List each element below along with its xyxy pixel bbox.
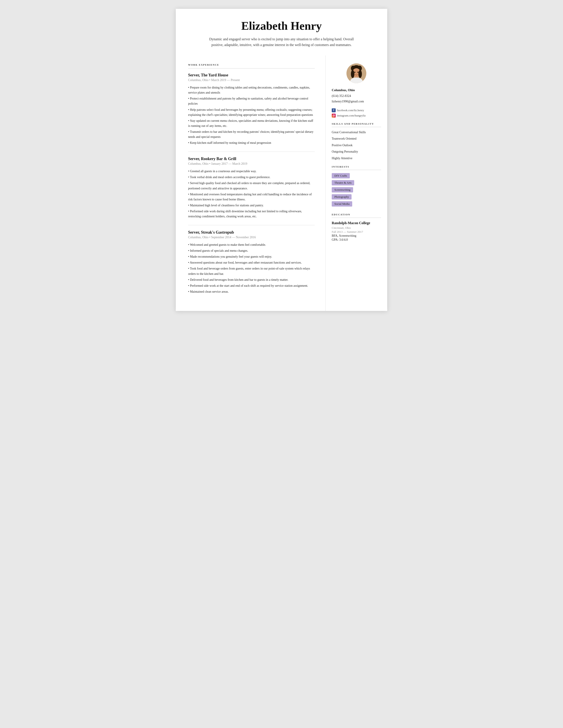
bullet: • Performed side work during shift downt… xyxy=(188,209,315,219)
bullet: • Protect establishment and patrons by a… xyxy=(188,96,315,106)
bullet: • Transmit orders to bar and kitchen by … xyxy=(188,129,315,139)
bullet: • Welcomed and greeted guests to make th… xyxy=(188,242,315,247)
sidebar-column: Columbus, Ohio (614) 352-8324 lizhenry19… xyxy=(326,55,387,311)
bullet: • Greeted all guests in a courteous and … xyxy=(188,169,315,174)
edu-gpa: GPA: 3.6/4.0 xyxy=(332,238,381,242)
body-layout: WORK EXPERIENCE Server, The Yard House C… xyxy=(176,55,387,311)
svg-point-10 xyxy=(351,70,354,78)
contact-info: Columbus, Ohio (614) 352-8324 lizhenry19… xyxy=(332,87,381,104)
contact-email: lizhenry1990@gmail.com xyxy=(332,99,381,104)
facebook-link[interactable]: f facebook.com/liz.henry xyxy=(332,108,381,112)
bullet: • Keep kitchen staff informed by noting … xyxy=(188,140,315,145)
edu-city: Cincinnati, Ohio xyxy=(332,226,381,230)
edu-school: Randolph-Macon College xyxy=(332,221,381,225)
work-experience-label: WORK EXPERIENCE xyxy=(188,63,315,66)
job-title-3: Server, Streak's Gastropub xyxy=(188,230,315,235)
instagram-link[interactable]: ◎ instagram.com/hungryliz xyxy=(332,114,381,118)
interest-tag-3: Screenwriting xyxy=(332,187,353,192)
interests-divider xyxy=(332,170,381,170)
job-title-2: Server, Rookery Bar & Grill xyxy=(188,157,315,161)
interests-section-label: INTERESTS xyxy=(332,165,381,168)
instagram-label: instagram.com/hungryliz xyxy=(337,114,366,117)
avatar xyxy=(346,63,366,83)
education-section-label: EDUCATION xyxy=(332,213,381,216)
facebook-icon: f xyxy=(332,108,336,112)
bullet: • Prepare room for dining by clothing ta… xyxy=(188,85,315,95)
job-block-1: Server, The Yard House Columbus, Ohio • … xyxy=(188,73,315,145)
interest-tag-1: DIY Crafts xyxy=(332,173,350,178)
skill-item-3: Positive Outlook xyxy=(332,143,381,148)
job-title-1: Server, The Yard House xyxy=(188,73,315,78)
edu-degree: BFA, Screenwriting xyxy=(332,234,381,238)
interests-list: DIY Crafts Theatre & Arts Screenwriting … xyxy=(332,173,381,208)
education-block: Randolph-Macon College Cincinnati, Ohio … xyxy=(332,221,381,242)
job-block-3: Server, Streak's Gastropub Columbus, Ohi… xyxy=(188,230,315,294)
job-location-date-1: Columbus, Ohio • March 2019 — Present xyxy=(188,78,315,82)
svg-point-6 xyxy=(354,72,356,73)
instagram-icon: ◎ xyxy=(332,114,336,118)
socials-section: f facebook.com/liz.henry ◎ instagram.com… xyxy=(332,108,381,118)
bullet: • Stay updated on current menu choices, … xyxy=(188,118,315,128)
bullet: • Monitored and oversees food temperatur… xyxy=(188,192,315,202)
interest-tag-5: Social Media xyxy=(332,201,352,207)
bullet: • Help patrons select food and beverages… xyxy=(188,107,315,117)
bullet: • Made recommendations you genuinely fee… xyxy=(188,254,315,259)
interest-tag-4: Photography xyxy=(332,194,352,200)
contact-city: Columbus, Ohio xyxy=(332,87,381,93)
job-bullets-1: • Prepare room for dining by clothing ta… xyxy=(188,85,315,145)
svg-point-7 xyxy=(357,72,359,73)
avatar-wrap xyxy=(332,63,381,83)
bullet: • Maintained clean service areas. xyxy=(188,289,315,294)
skill-item-5: Highly Attentive xyxy=(332,156,381,161)
contact-phone: (614) 352-8324 xyxy=(332,93,381,99)
skill-item-2: Teamwork Oriented xyxy=(332,137,381,141)
svg-point-11 xyxy=(358,70,362,78)
job-location-date-3: Columbus, Ohio • September 2014 — Novemb… xyxy=(188,236,315,239)
skill-item-1: Great Conversational Skills xyxy=(332,130,381,135)
bullet: • Performed side work at the start and e… xyxy=(188,283,315,288)
job-location-date-2: Columbus, Ohio • January 2017 — March 20… xyxy=(188,162,315,166)
bullet: • Served high quality food and checked a… xyxy=(188,181,315,191)
skills-list: Great Conversational Skills Teamwork Ori… xyxy=(332,130,381,161)
interest-tag-2: Theatre & Arts xyxy=(332,180,354,185)
candidate-name: Elizabeth Henry xyxy=(193,19,370,32)
resume-document: Elizabeth Henry Dynamic and engaged serv… xyxy=(176,9,387,311)
skills-section-label: SKILLS AND PERSONALITY xyxy=(332,122,381,125)
skill-item-4: Outgoing Personality xyxy=(332,150,381,154)
facebook-label: facebook.com/liz.henry xyxy=(337,109,364,112)
job-block-2: Server, Rookery Bar & Grill Columbus, Oh… xyxy=(188,157,315,219)
header-section: Elizabeth Henry Dynamic and engaged serv… xyxy=(176,9,387,55)
job-bullets-3: • Welcomed and greeted guests to make th… xyxy=(188,242,315,294)
candidate-summary: Dynamic and engaged server who is excite… xyxy=(207,36,356,48)
bullet: • Took food and beverage orders from gue… xyxy=(188,266,315,276)
bullet: • Informed guests of specials and menu c… xyxy=(188,248,315,253)
bullet: • Took verbal drink and meal orders acco… xyxy=(188,175,315,180)
edu-dates: Fall 2013 — Summer 2017 xyxy=(332,230,381,234)
job-bullets-2: • Greeted all guests in a courteous and … xyxy=(188,169,315,219)
bullet: • Answered questions about our food, bev… xyxy=(188,260,315,265)
work-divider xyxy=(188,225,315,225)
bullet: • Delivered food and beverages from kitc… xyxy=(188,277,315,282)
bullet: • Maintained high level of cleanliness f… xyxy=(188,203,315,208)
main-column: WORK EXPERIENCE Server, The Yard House C… xyxy=(176,55,326,311)
